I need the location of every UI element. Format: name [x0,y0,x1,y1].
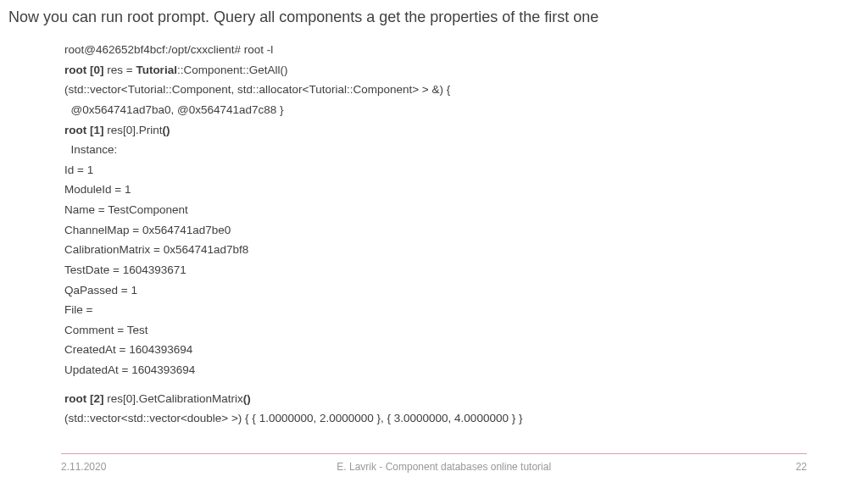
slide-footer: 2.11.2020 E. Lavrik - Component database… [0,453,868,488]
terminal-line: QaPassed = 1 [64,280,868,301]
terminal-line: Name = TestComponent [64,200,868,220]
slide-title: Now you can run root prompt. Query all c… [0,0,868,26]
terminal-line: @0x564741ad7ba0, @0x564741ad7c88 } [64,100,868,120]
parens: () [163,124,170,136]
code-text: res[0].Print [107,124,162,136]
terminal-line: root [2] res[0].GetCalibrationMatrix() [64,389,868,409]
terminal-line: ModuleId = 1 [64,180,868,200]
footer-row: 2.11.2020 E. Lavrik - Component database… [61,461,807,473]
slide-container: Now you can run root prompt. Query all c… [0,0,868,488]
prompt-label: root [2] [64,392,107,405]
terminal-line: root [0] res = Tutorial::Component::GetA… [64,60,868,80]
prompt-label: root [1] [64,124,107,136]
parens: () [243,392,251,405]
terminal-line: CalibrationMatrix = 0x564741ad7bf8 [64,240,868,260]
terminal-line: root@462652bf4bcf:/opt/cxxclient# root -… [64,40,868,60]
terminal-line: File = [64,300,868,320]
prompt-label: root [0] [64,64,107,76]
terminal-line: (std::vector<std::vector<double> >) { { … [64,408,868,429]
terminal-line: (std::vector<Tutorial::Component, std::a… [64,80,868,100]
terminal-line: UpdatedAt = 1604393694 [64,360,868,380]
footer-page-number: 22 [782,461,807,473]
footer-title: E. Lavrik - Component databases online t… [106,461,782,473]
footer-date: 2.11.2020 [61,461,106,473]
class-name: Tutorial [136,64,177,76]
footer-divider [61,453,807,454]
code-text: res[0].GetCalibrationMatrix [107,392,243,405]
terminal-output: root@462652bf4bcf:/opt/cxxclient# root -… [64,40,868,488]
terminal-line: TestDate = 1604393671 [64,260,868,280]
terminal-line: root [1] res[0].Print() [64,120,868,141]
code-text: ::Component::GetAll() [177,64,288,76]
terminal-line: Instance: [64,140,868,160]
code-text: res = [107,64,136,76]
terminal-line: ChannelMap = 0x564741ad7be0 [64,220,868,241]
terminal-line: Id = 1 [64,160,868,180]
terminal-line: CreatedAt = 1604393694 [64,340,868,360]
terminal-line: Comment = Test [64,320,868,341]
